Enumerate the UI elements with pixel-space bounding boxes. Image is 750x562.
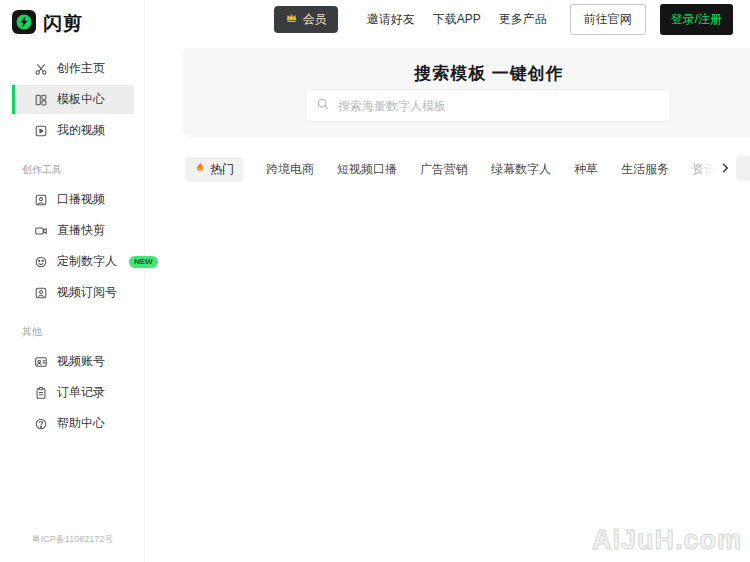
sidebar-item-label: 视频账号 [57,353,105,370]
sidebar-item-label: 直播快剪 [57,222,105,239]
search-icon [316,97,330,115]
sidebar: 闪剪 创作主页模板中心我的视频创作工具口播视频直播快剪定制数字人NEW视频订阅号… [0,0,145,562]
tab-seeding[interactable]: 种草 [574,161,598,178]
tab-short-video[interactable]: 短视频口播 [337,161,397,178]
sidebar-item-label: 我的视频 [57,122,105,139]
tab-life-service[interactable]: 生活服务 [621,161,669,178]
sidebar-item-template-center[interactable]: 模板中心 [12,85,134,114]
tab-label: 短视频口播 [337,162,397,176]
sidebar-item-custom-avatar[interactable]: 定制数字人NEW [12,247,134,276]
crown-icon [285,11,298,27]
sidebar-section-label: 其他 [22,325,144,339]
sidebar-item-help-center[interactable]: 帮助中心 [12,409,134,438]
sidebar-item-live-quick-cut[interactable]: 直播快剪 [12,216,134,245]
play-square-icon [34,124,48,138]
tab-label: 广告营销 [420,162,468,176]
tab-cross-border[interactable]: 跨境电商 [266,161,314,178]
search-title: 搜索模板 一键创作 [183,48,750,85]
tab-label: 绿幕数字人 [491,162,551,176]
fire-icon [194,161,206,177]
sidebar-item-label: 创作主页 [57,60,105,77]
tab-ad-marketing[interactable]: 广告营销 [420,161,468,178]
sidebar-section-label: 创作工具 [22,163,144,177]
clipboard-icon [34,386,48,400]
sidebar-item-label: 帮助中心 [57,415,105,432]
sidebar-item-my-videos[interactable]: 我的视频 [12,116,134,145]
tab-label: 跨境电商 [266,162,314,176]
vip-button[interactable]: 会员 [274,6,338,33]
nav-link-download-app[interactable]: 下载APP [433,11,481,28]
sidebar-item-talking-video[interactable]: 口播视频 [12,185,134,214]
sidebar-item-order-history[interactable]: 订单记录 [12,378,134,407]
app-logo[interactable]: 闪剪 [0,0,144,38]
login-register-button[interactable]: 登录/注册 [660,4,733,35]
nav-link-more-products[interactable]: 更多产品 [499,11,547,28]
tab-label: 生活服务 [621,162,669,176]
official-site-button[interactable]: 前往官网 [570,4,646,35]
sidebar-item-video-subscription[interactable]: 视频订阅号 [12,278,134,307]
sidebar-item-label: 订单记录 [57,384,105,401]
icp-footer: 粤ICP备11082172号 [0,533,145,546]
nav-link-invite-friends[interactable]: 邀请好友 [367,11,415,28]
tab-label: 资讯 [692,162,716,176]
topbar: 会员 邀请好友下载APP更多产品 前往官网 登录/注册 [145,0,750,38]
presenter-icon [34,193,48,207]
sidebar-item-label: 定制数字人 [57,253,117,270]
tabs-scroll-right-button[interactable] [717,160,733,178]
tabs-edge-block [736,156,750,181]
question-icon [34,417,48,431]
sidebar-item-label: 口播视频 [57,191,105,208]
app-logo-icon [12,10,36,38]
camera-icon [34,224,48,238]
tab-label: 热门 [210,161,234,178]
sidebar-menu: 创作主页模板中心我的视频创作工具口播视频直播快剪定制数字人NEW视频订阅号其他视… [0,54,144,438]
smiley-icon [34,255,48,269]
sidebar-item-create-home[interactable]: 创作主页 [12,54,134,83]
sidebar-item-label: 模板中心 [57,91,105,108]
tab-green-screen[interactable]: 绿幕数字人 [491,161,551,178]
search-box[interactable] [305,89,671,122]
tab-news[interactable]: 资讯 [692,161,716,178]
id-card-icon [34,355,48,369]
search-panel: 搜索模板 一键创作 [183,48,750,137]
search-input[interactable] [336,98,660,114]
vip-button-label: 会员 [303,11,327,28]
scissors-icon [34,62,48,76]
tab-label: 种草 [574,162,598,176]
app-logo-text: 闪剪 [43,11,83,37]
chevron-right-icon [719,162,731,177]
sidebar-item-video-account[interactable]: 视频账号 [12,347,134,376]
category-tabs: 热门跨境电商短视频口播广告营销绿幕数字人种草生活服务资讯医疗保健综合电商美食 [185,156,720,182]
template-icon [34,93,48,107]
new-badge: NEW [129,256,158,268]
watermark: AiJuH.com [592,525,742,556]
sidebar-item-label: 视频订阅号 [57,284,117,301]
tab-hot[interactable]: 热门 [185,157,243,182]
person-square-icon [34,286,48,300]
